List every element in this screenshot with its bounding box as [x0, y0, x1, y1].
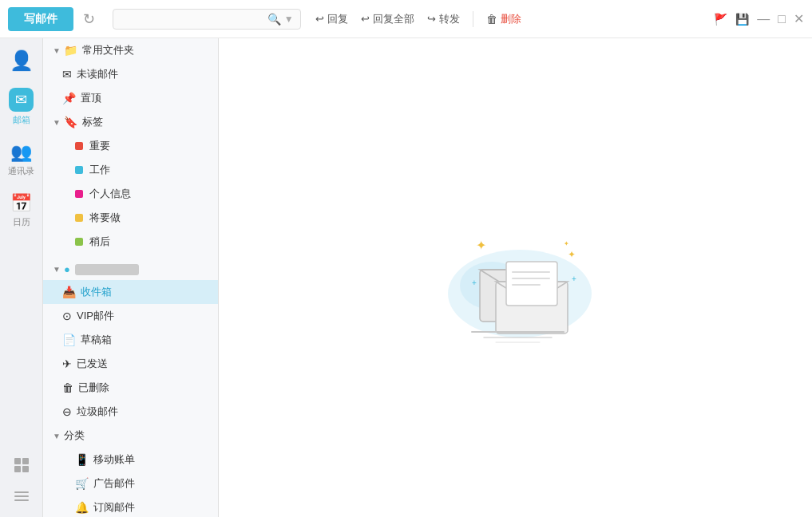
sidebar-item-draft[interactable]: 📄 草稿箱 — [43, 328, 218, 352]
mail-icon: ✉ — [9, 88, 34, 112]
window-controls: 🚩 💾 — □ ✕ — [714, 11, 804, 26]
svg-text:+: + — [472, 278, 477, 287]
bookmark-icon: 🔖 — [64, 116, 77, 128]
sidebar-item-tags[interactable]: ▼ 🔖 标签 — [43, 110, 218, 134]
svg-text:✦: ✦ — [564, 240, 569, 247]
tag-personal-label: 个人信息 — [89, 187, 131, 201]
account-blurred-label — [75, 264, 139, 275]
tag-color-dot — [75, 190, 83, 198]
subscription-label: 订阅邮件 — [93, 500, 135, 515]
sent-icon: ✈ — [62, 357, 72, 370]
common-folders-label: 常用文件夹 — [82, 43, 134, 57]
contacts-icon: 👥 — [10, 142, 32, 163]
flag-button[interactable]: 🚩 — [714, 13, 727, 26]
vip-icon: ⊙ — [62, 310, 72, 322]
nav-apps-button[interactable] — [0, 448, 42, 482]
arrow-icon: ▼ — [53, 265, 61, 274]
mail-label: 邮箱 — [13, 114, 30, 126]
reply-all-label: 回复全部 — [373, 12, 414, 26]
delete-icon: 🗑 — [486, 13, 497, 26]
mobile-bill-icon: 📱 — [75, 453, 89, 466]
nav-item-calendar[interactable]: 📅 日历 — [0, 185, 42, 236]
sidebar-item-account[interactable]: ▼ ● — [43, 258, 218, 280]
spam-label: 垃圾邮件 — [77, 405, 118, 419]
ads-icon: 🛒 — [75, 477, 89, 490]
sidebar-item-unread[interactable]: ✉ 未读邮件 — [43, 62, 218, 86]
close-button[interactable]: ✕ — [794, 11, 804, 26]
svg-text:✦: ✦ — [568, 249, 576, 260]
account-icon: ● — [64, 263, 70, 275]
sidebar-item-tag-later[interactable]: 稍后 — [43, 230, 218, 254]
sidebar-item-vip[interactable]: ⊙ VIP邮件 — [43, 304, 218, 328]
sent-label: 已发送 — [77, 357, 108, 371]
tag-color-dot — [75, 166, 83, 174]
hamburger-icon — [14, 491, 29, 501]
search-input[interactable] — [120, 13, 267, 25]
tag-color-dot — [75, 142, 83, 150]
sidebar-item-common-folders[interactable]: ▼ 📁 常用文件夹 — [43, 38, 218, 62]
delete-button[interactable]: 🗑 删除 — [486, 12, 521, 26]
arrow-icon: ▼ — [53, 118, 61, 127]
compose-button[interactable]: 写邮件 — [8, 7, 73, 31]
reply-icon: ↩ — [315, 13, 324, 25]
sidebar-item-tag-important[interactable]: 重要 — [43, 134, 218, 158]
svg-rect-11 — [506, 262, 557, 306]
sidebar: ▼ 📁 常用文件夹 ✉ 未读邮件 📌 置顶 ▼ 🔖 标签 重要 工作 — [43, 38, 219, 517]
sidebar-item-tag-todo[interactable]: 将要做 — [43, 206, 218, 230]
email-illustration: ✦ ✦ + + ✦ — [428, 206, 604, 349]
vip-label: VIP邮件 — [77, 309, 114, 323]
save-button[interactable]: 💾 — [735, 13, 749, 26]
mobile-bill-label: 移动账单 — [93, 452, 135, 467]
delete-label: 删除 — [501, 12, 521, 26]
nav-menu-button[interactable] — [0, 482, 42, 511]
reply-label: 回复 — [327, 12, 348, 26]
reply-button[interactable]: ↩ 回复 — [315, 12, 348, 26]
sidebar-item-subscription[interactable]: 🔔 订阅邮件 — [43, 495, 218, 517]
nav-item-mail[interactable]: ✉ 邮箱 — [0, 80, 42, 134]
tag-color-dot — [75, 214, 83, 222]
draft-label: 草稿箱 — [81, 333, 112, 347]
search-dropdown-icon[interactable]: ▼ — [284, 14, 294, 25]
subscription-icon: 🔔 — [75, 501, 89, 514]
tag-later-label: 稍后 — [89, 235, 110, 249]
toolbar: 写邮件 ↻ 🔍 ▼ ↩ 回复 ↩ 回复全部 ↪ 转发 🗑 删除 🚩 💾 — □ … — [0, 0, 812, 38]
sidebar-item-ads[interactable]: 🛒 广告邮件 — [43, 472, 218, 495]
sidebar-item-mobile-bill[interactable]: 📱 移动账单 — [43, 448, 218, 472]
categories-label: 分类 — [64, 428, 85, 443]
apps-grid-icon — [14, 458, 29, 472]
deleted-icon: 🗑 — [62, 381, 73, 394]
sidebar-item-sent[interactable]: ✈ 已发送 — [43, 352, 218, 376]
nav-item-user[interactable]: 👤 — [0, 45, 42, 80]
svg-text:✦: ✦ — [476, 239, 486, 252]
maximize-button[interactable]: □ — [778, 12, 786, 26]
draft-icon: 📄 — [62, 333, 76, 346]
forward-button[interactable]: ↪ 转发 — [427, 12, 460, 26]
email-reading-area: ✦ ✦ + + ✦ — [219, 38, 812, 517]
user-avatar-icon: 👤 — [10, 49, 34, 72]
arrow-icon: ▼ — [53, 432, 61, 440]
sidebar-item-deleted[interactable]: 🗑 已删除 — [43, 376, 218, 400]
nav-item-contacts[interactable]: 👥 通讯录 — [0, 134, 42, 185]
reply-all-button[interactable]: ↩ 回复全部 — [361, 12, 414, 26]
contacts-label: 通讯录 — [8, 165, 34, 177]
inbox-label: 收件箱 — [81, 285, 112, 299]
sidebar-item-pinned[interactable]: 📌 置顶 — [43, 86, 218, 110]
refresh-button[interactable]: ↻ — [80, 7, 98, 31]
deleted-label: 已删除 — [78, 381, 109, 395]
calendar-icon: 📅 — [10, 193, 32, 214]
arrow-icon: ▼ — [53, 46, 61, 55]
sidebar-item-categories[interactable]: ▼ 分类 — [43, 424, 218, 448]
sidebar-item-spam[interactable]: ⊖ 垃圾邮件 — [43, 400, 218, 424]
search-icon: 🔍 — [267, 13, 281, 26]
nav-rail: 👤 ✉ 邮箱 👥 通讯录 📅 日历 — [0, 38, 43, 517]
tag-work-label: 工作 — [89, 163, 110, 177]
main-area: 👤 ✉ 邮箱 👥 通讯录 📅 日历 — [0, 38, 812, 517]
svg-text:+: + — [572, 274, 576, 283]
sidebar-item-inbox[interactable]: 📥 收件箱 — [43, 280, 218, 304]
reply-all-icon: ↩ — [361, 13, 370, 25]
minimize-button[interactable]: — — [757, 12, 770, 26]
sidebar-item-tag-personal[interactable]: 个人信息 — [43, 182, 218, 206]
sidebar-item-tag-work[interactable]: 工作 — [43, 158, 218, 182]
forward-label: 转发 — [439, 12, 460, 26]
tag-important-label: 重要 — [89, 139, 110, 153]
